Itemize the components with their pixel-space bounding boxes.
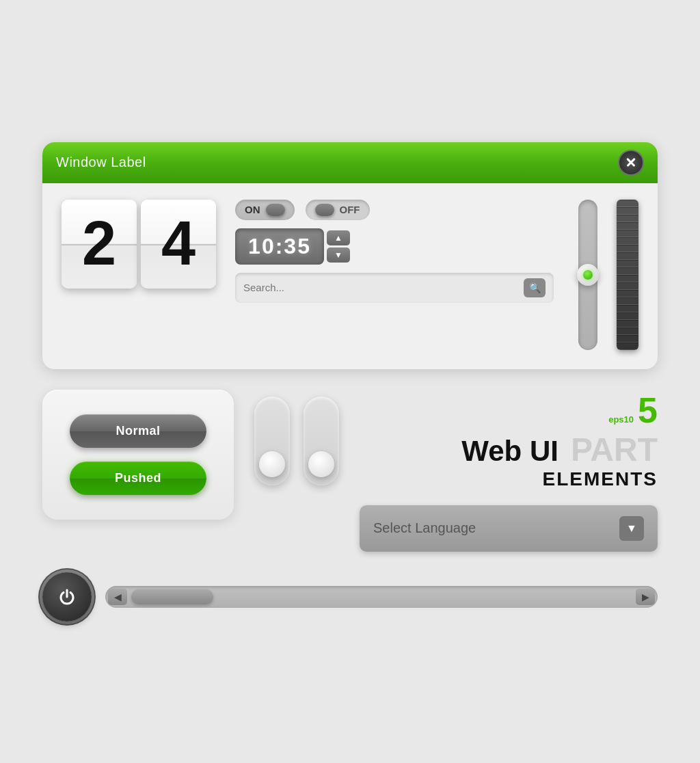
scrollbar-right-arrow[interactable]: ▶ [636,589,655,605]
rocker-switches-section [254,390,339,485]
power-button[interactable] [42,572,92,621]
select-dropdown[interactable]: Select Language ▼ [360,505,658,552]
window-content: 2 4 ON OFF 10:35 [42,183,658,369]
sliders-section [578,200,597,350]
scrollbar-left-arrow[interactable]: ◀ [108,589,127,605]
toggle-on-knob [266,204,285,216]
scrollbar-thumb[interactable] [131,589,213,604]
window-title: Window Label [56,155,146,170]
controls-section: ON OFF 10:35 ▲ ▼ [235,200,554,303]
pushed-button[interactable]: Pushed [70,461,206,495]
ridged-slider[interactable] [617,200,638,350]
select-arrow-icon: ▼ [619,516,644,541]
power-icon [57,587,77,606]
toggle-off-knob [315,204,334,216]
search-bar: 🔍 [235,273,554,303]
web-ui-label: Web UI [461,437,558,466]
rocker-knob-1 [259,451,285,477]
slider-green-dot [583,270,593,280]
ridges [617,200,638,350]
elements-label: ELEMENTS [543,468,658,490]
search-button[interactable]: 🔍 [524,278,546,297]
window-titlebar: Window Label [42,142,658,183]
bottom-bar: ◀ ▶ [42,572,658,621]
brand-and-select: eps10 5 Web UI PART ELEMENTS Select Lang… [360,390,658,552]
clock-up-arrow[interactable]: ▲ [327,230,350,245]
normal-button[interactable]: Normal [70,414,206,448]
button-panel: Normal Pushed [42,390,234,520]
middle-right: eps10 5 Web UI PART ELEMENTS Select Lang… [360,390,658,552]
toggle-switches-row [254,397,339,485]
close-button[interactable] [618,150,644,176]
brand-block: eps10 5 Web UI PART ELEMENTS [360,390,658,490]
rocker-knob-2 [308,451,334,477]
middle-row: Normal Pushed eps10 5 [42,390,658,552]
eps-label: eps10 [608,414,634,425]
clock-down-arrow[interactable]: ▼ [327,247,350,263]
rocker-switch-1[interactable] [254,397,290,485]
window-panel: Window Label 2 4 ON OFF [42,142,658,369]
clock-arrows: ▲ ▼ [327,230,350,263]
toggle-off[interactable]: OFF [306,200,370,220]
flip-clock: 2 4 [62,200,216,289]
digital-clock: 10:35 [235,228,324,265]
digital-clock-wrapper: 10:35 ▲ ▼ [235,228,554,265]
search-input[interactable] [243,282,518,293]
toggle-row: ON OFF [235,200,554,220]
part-label: PART [571,431,658,468]
toggle-on[interactable]: ON [235,200,295,220]
flip-digit-2[interactable]: 2 [62,200,137,289]
vertical-slider[interactable] [578,200,597,350]
flip-digit-4[interactable]: 4 [141,200,216,289]
slider-thumb [577,264,599,286]
scrollbar-track[interactable]: ◀ ▶ [105,586,658,608]
part-number-label: 5 [638,390,658,431]
select-label: Select Language [373,520,476,536]
rocker-switch-2[interactable] [304,397,339,485]
toggle-off-label: OFF [340,204,360,215]
toggle-on-label: ON [245,204,260,215]
